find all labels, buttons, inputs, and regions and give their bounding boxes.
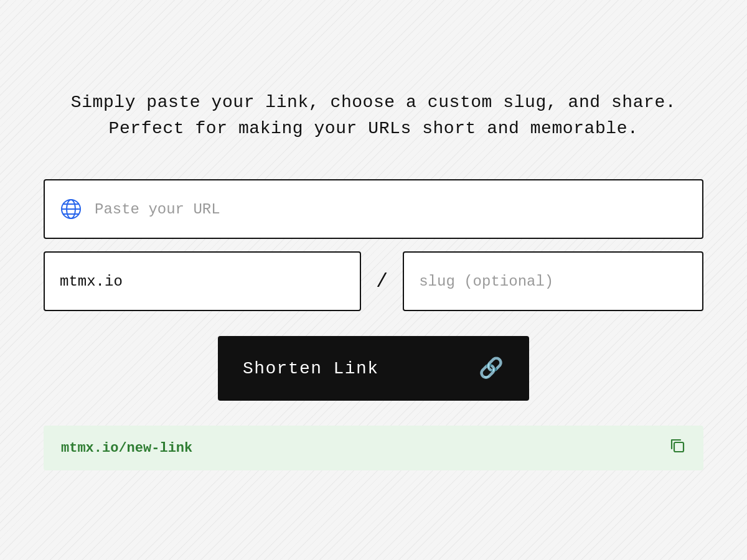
- slash-divider: /: [361, 270, 403, 293]
- result-bar: mtmx.io/new-link: [44, 426, 703, 470]
- result-link: mtmx.io/new-link: [61, 441, 192, 456]
- description-line1: Simply paste your link, choose a custom …: [44, 90, 703, 116]
- main-container: Simply paste your link, choose a custom …: [31, 65, 716, 495]
- description-line2: Perfect for making your URLs short and m…: [44, 116, 703, 142]
- slug-row: mtmx.io /: [44, 251, 703, 311]
- slug-box: [403, 251, 703, 311]
- svg-rect-5: [674, 442, 684, 452]
- globe-icon: [60, 198, 82, 220]
- url-input[interactable]: [95, 201, 687, 218]
- domain-box: mtmx.io: [44, 251, 361, 311]
- shorten-button[interactable]: Shorten Link 🔗: [218, 336, 529, 401]
- shorten-btn-wrapper: Shorten Link 🔗: [44, 336, 703, 401]
- slug-input[interactable]: [419, 273, 687, 290]
- domain-text: mtmx.io: [60, 273, 123, 290]
- link-icon: 🔗: [479, 356, 504, 381]
- description-block: Simply paste your link, choose a custom …: [44, 90, 703, 142]
- shorten-button-label: Shorten Link: [243, 359, 378, 378]
- copy-icon[interactable]: [669, 437, 686, 459]
- url-input-wrapper: [44, 179, 703, 239]
